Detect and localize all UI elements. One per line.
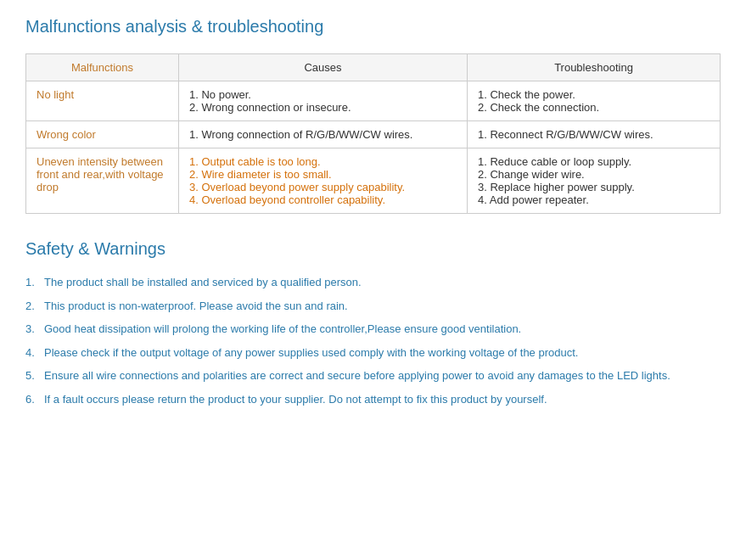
safety-item-text: Good heat dissipation will prolong the w… xyxy=(44,321,521,338)
cause-item: 4. Overload beyond controller capability… xyxy=(189,193,457,206)
safety-list-item: 5.Ensure all wire connections and polari… xyxy=(25,367,721,384)
cause-item: 2. Wire diameter is too small. xyxy=(189,168,457,181)
troubleshooting-cell: 1. Check the power.2. Check the connecti… xyxy=(468,81,721,121)
cause-item: 1. Wrong connection of R/G/B/WW/CW wires… xyxy=(189,128,457,141)
safety-list-item: 4.Please check if the output voltage of … xyxy=(25,344,721,361)
table-row: No light1. No power.2. Wrong connection … xyxy=(26,81,721,121)
safety-section-title: Safety & Warnings xyxy=(25,239,721,259)
cause-item: 2. Wrong connection or insecure. xyxy=(189,101,457,114)
malfunction-cell: No light xyxy=(26,81,179,121)
table-row: Wrong color1. Wrong connection of R/G/B/… xyxy=(26,121,721,148)
troubleshooting-item: 1. Reduce cable or loop supply. xyxy=(478,155,710,168)
safety-item-text: Please check if the output voltage of an… xyxy=(44,344,578,361)
safety-item-number: 1. xyxy=(25,274,39,291)
safety-list-item: 6.If a fault occurs please return the pr… xyxy=(25,391,721,408)
malfunctions-table-wrapper: Malfunctions Causes Troubleshooting No l… xyxy=(25,53,721,214)
col-header-malfunction: Malfunctions xyxy=(26,54,179,81)
causes-cell: 1. Wrong connection of R/G/B/WW/CW wires… xyxy=(179,121,468,148)
safety-list-item: 3.Good heat dissipation will prolong the… xyxy=(25,321,721,338)
troubleshooting-item: 2. Check the connection. xyxy=(478,101,710,114)
troubleshooting-item: 2. Change wider wire. xyxy=(478,168,710,181)
causes-cell: 1. No power.2. Wrong connection or insec… xyxy=(179,81,468,121)
safety-item-number: 5. xyxy=(25,367,39,384)
safety-item-number: 2. xyxy=(25,298,39,315)
troubleshooting-item: 3. Replace higher power supply. xyxy=(478,181,710,193)
safety-item-number: 4. xyxy=(25,344,39,361)
cause-item: 1. Output cable is too long. xyxy=(189,155,457,168)
safety-list: 1.The product shall be installed and ser… xyxy=(25,274,721,407)
safety-item-text: The product shall be installed and servi… xyxy=(44,274,362,291)
page-title: Malfunctions analysis & troubleshooting xyxy=(25,17,721,36)
table-body: No light1. No power.2. Wrong connection … xyxy=(26,81,721,214)
cause-item: 3. Overload beyond power supply capabili… xyxy=(189,181,457,193)
safety-item-number: 6. xyxy=(25,391,39,408)
safety-item-number: 3. xyxy=(25,321,39,338)
troubleshooting-cell: 1. Reconnect R/G/B/WW/CW wires. xyxy=(468,121,721,148)
safety-item-text: If a fault occurs please return the prod… xyxy=(44,391,547,408)
malfunctions-table: Malfunctions Causes Troubleshooting No l… xyxy=(25,53,721,214)
safety-list-item: 2.This product is non-waterproof. Please… xyxy=(25,298,721,315)
cause-item: 1. No power. xyxy=(189,88,457,101)
table-header-row: Malfunctions Causes Troubleshooting xyxy=(26,54,721,81)
troubleshooting-item: 1. Check the power. xyxy=(478,88,710,101)
table-row: Uneven intensity between front and rear,… xyxy=(26,148,721,214)
malfunction-cell: Wrong color xyxy=(26,121,179,148)
col-header-troubleshooting: Troubleshooting xyxy=(468,54,721,81)
troubleshooting-item: 4. Add power repeater. xyxy=(478,193,710,206)
safety-item-text: Ensure all wire connections and polariti… xyxy=(44,367,670,384)
troubleshooting-cell: 1. Reduce cable or loop supply.2. Change… xyxy=(468,148,721,214)
col-header-causes: Causes xyxy=(179,54,468,81)
causes-cell: 1. Output cable is too long.2. Wire diam… xyxy=(179,148,468,214)
safety-list-item: 1.The product shall be installed and ser… xyxy=(25,274,721,291)
troubleshooting-item: 1. Reconnect R/G/B/WW/CW wires. xyxy=(478,128,710,141)
malfunction-cell: Uneven intensity between front and rear,… xyxy=(26,148,179,214)
safety-item-text: This product is non-waterproof. Please a… xyxy=(44,298,348,315)
